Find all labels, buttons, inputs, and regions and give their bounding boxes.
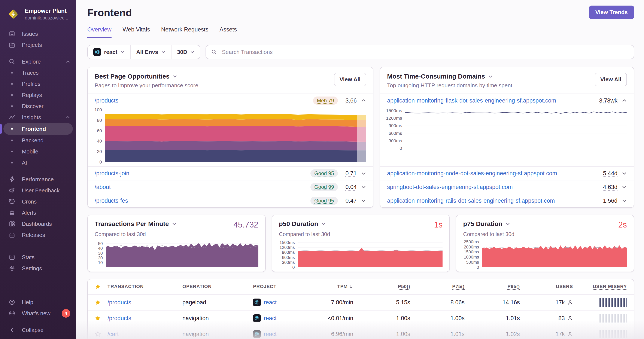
domain-link[interactable]: application-monitoring-rails-dot-sales-e… <box>387 198 594 204</box>
expand-row-icon[interactable] <box>622 184 627 190</box>
domains-title-dropdown[interactable]: Most Time-Consuming Domains <box>387 73 627 80</box>
chevron-down-icon <box>120 50 124 54</box>
siren-icon <box>8 209 16 217</box>
sidebar-item-issues[interactable]: Issues <box>0 28 76 39</box>
sidebar-item-discover[interactable]: Discover <box>0 101 76 112</box>
time-spent-value: 5.44d <box>598 170 618 177</box>
star-toggle[interactable] <box>95 315 108 322</box>
project-filter[interactable]: react <box>88 45 130 59</box>
best-pages-view-all-button[interactable]: View All <box>334 73 366 86</box>
project-link[interactable]: react <box>264 315 276 322</box>
expand-row-icon[interactable] <box>361 184 366 190</box>
time-consuming-domains-card: Most Time-Consuming Domains Top outgoing… <box>380 67 634 208</box>
column-header-user-misery[interactable]: USER MISERY <box>573 284 627 289</box>
tab-overview[interactable]: Overview <box>87 26 112 38</box>
sidebar-item-settings[interactable]: Settings <box>0 263 76 274</box>
metric-title-dropdown[interactable]: p50 Duration <box>279 220 326 228</box>
metric-title-dropdown[interactable]: Transactions Per Minute <box>95 220 177 228</box>
org-switcher[interactable]: Empower Plant dominik.buszowiec... <box>0 5 76 28</box>
sidebar-item-dashboards[interactable]: Dashboards <box>0 218 76 229</box>
search-box <box>206 45 634 59</box>
sidebar-section-insights[interactable]: Insights <box>0 112 76 123</box>
project-link[interactable]: react <box>264 331 276 338</box>
project-cell: react <box>253 314 317 322</box>
org-user: dominik.buszowiec... <box>25 15 70 21</box>
sidebar-item-alerts[interactable]: Alerts <box>0 207 76 218</box>
p75-metric-card: p75 Duration 2s Compared to last 30d 250… <box>456 215 634 272</box>
sidebar-item-frontend[interactable]: Frontend <box>4 123 73 135</box>
collapse-row-icon[interactable] <box>622 98 627 103</box>
date-range-filter[interactable]: 30D <box>171 45 200 59</box>
transaction-link[interactable]: /products <box>108 299 182 306</box>
column-header-tpm[interactable]: TPM <box>317 284 353 289</box>
transaction-link[interactable]: /products <box>95 97 309 104</box>
collapse-row-icon[interactable] <box>361 98 366 103</box>
environment-filter[interactable]: All Envs <box>130 45 171 59</box>
transaction-link[interactable]: /products-fes <box>95 198 306 204</box>
domains-subtitle: Top outgoing HTTP request domains by tim… <box>387 82 627 89</box>
sidebar-item-stats[interactable]: Stats <box>0 252 76 263</box>
sidebar-item-traces[interactable]: Traces <box>0 67 76 78</box>
sidebar-item-profiles[interactable]: Profiles <box>0 78 76 89</box>
web-vitals-stacked-chart: 100806040200 <box>88 107 373 166</box>
page-row: /about Good 99 0.04 <box>88 180 373 194</box>
sidebar-item-help[interactable]: Help <box>0 297 76 308</box>
column-header-p75[interactable]: P75() <box>410 284 464 289</box>
tab-web-vitals[interactable]: Web Vitals <box>123 26 150 38</box>
best-pages-title-dropdown[interactable]: Best Page Opportunities <box>95 73 366 80</box>
tab-network-requests[interactable]: Network Requests <box>161 26 208 38</box>
metric-subtitle: Compared to last 30d <box>95 231 258 237</box>
expand-row-icon[interactable] <box>361 171 366 176</box>
domains-view-all-button[interactable]: View All <box>595 73 627 86</box>
sidebar-item-crons[interactable]: Crons <box>0 196 76 207</box>
domain-link[interactable]: application-monitoring-node-dot-sales-en… <box>387 170 594 177</box>
metric-title-dropdown[interactable]: p75 Duration <box>463 220 510 228</box>
sidebar-item-projects[interactable]: Projects <box>0 39 76 50</box>
domain-link[interactable]: springboot-dot-sales-engineering-sf.apps… <box>387 184 594 190</box>
tpm-cell: 7.80/min <box>317 299 353 306</box>
column-header-users[interactable]: USERS <box>520 284 573 289</box>
sidebar-collapse-button[interactable]: Collapse <box>0 325 76 336</box>
sidebar-item-user-feedback[interactable]: User Feedback <box>0 185 76 196</box>
table-header: TRANSACTION OPERATION PROJECT TPM P50() … <box>88 279 634 294</box>
domain-link[interactable]: application-monitoring-flask-dot-sales-e… <box>387 97 594 104</box>
column-header-transaction[interactable]: TRANSACTION <box>108 284 182 289</box>
bullet-icon <box>11 72 13 74</box>
tab-assets[interactable]: Assets <box>220 26 237 38</box>
transaction-link[interactable]: /about <box>95 184 306 190</box>
expand-row-icon[interactable] <box>622 198 627 203</box>
chevron-left-icon <box>8 326 16 334</box>
column-header-p50[interactable]: P50() <box>353 284 410 289</box>
sidebar-section-explore[interactable]: Explore <box>0 56 76 67</box>
column-header-operation[interactable]: OPERATION <box>182 284 253 289</box>
sidebar-item-releases[interactable]: Releases <box>0 229 76 241</box>
help-icon <box>8 298 16 306</box>
users-cell: 17k <box>520 299 573 306</box>
chevron-down-icon <box>506 222 510 226</box>
time-spent-value: 3.78wk <box>598 97 618 104</box>
sidebar-item-performance[interactable]: Performance <box>0 174 76 185</box>
column-header-project[interactable]: PROJECT <box>253 284 317 289</box>
star-toggle[interactable] <box>95 331 108 337</box>
sidebar-item-replays[interactable]: Replays <box>0 89 76 101</box>
star-toggle[interactable] <box>95 299 108 306</box>
sidebar-item-whats-new[interactable]: What's new 4 <box>0 308 76 319</box>
panels-row: Best Page Opportunities Pages to improve… <box>87 67 634 208</box>
performance-score-badge: Good 99 <box>310 183 338 191</box>
search-input[interactable] <box>221 48 628 56</box>
operation-cell: navigation <box>182 331 253 338</box>
opportunity-score: 0.04 <box>342 184 357 190</box>
react-icon <box>253 314 261 322</box>
project-link[interactable]: react <box>264 299 276 306</box>
column-header-p95[interactable]: P95() <box>464 284 520 289</box>
view-trends-button[interactable]: View Trends <box>589 5 634 19</box>
sidebar-item-backend[interactable]: Backend <box>0 135 76 146</box>
expand-row-icon[interactable] <box>361 198 366 203</box>
transaction-link[interactable]: /cart <box>108 331 182 338</box>
tpm-chart: 5040302010 <box>95 241 258 267</box>
sidebar-item-mobile[interactable]: Mobile <box>0 146 76 157</box>
transaction-link[interactable]: /products-join <box>95 170 306 177</box>
sidebar-item-ai[interactable]: AI <box>0 157 76 168</box>
transaction-link[interactable]: /products <box>108 315 182 322</box>
expand-row-icon[interactable] <box>622 171 627 176</box>
